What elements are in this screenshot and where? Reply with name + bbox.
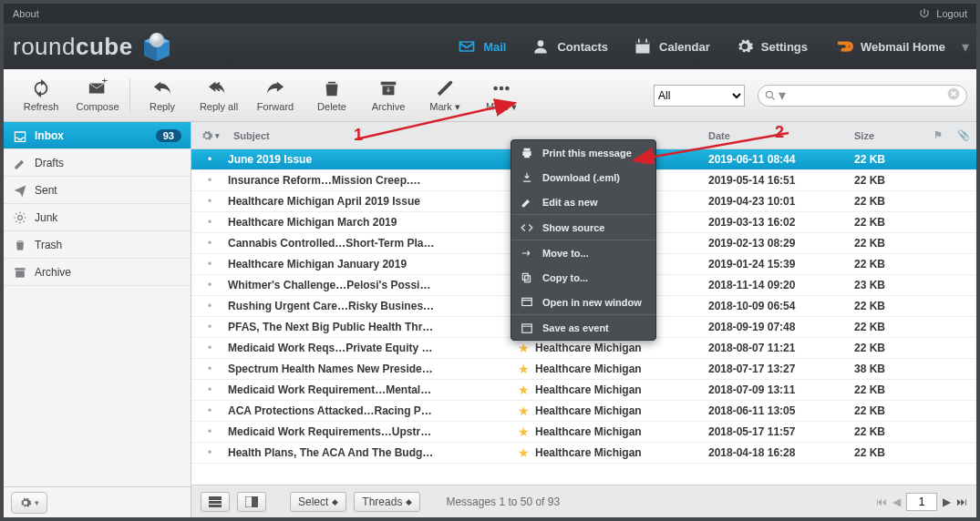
- threads-label: Threads: [362, 495, 402, 508]
- column-size[interactable]: Size: [854, 130, 925, 141]
- preview-toggle-button[interactable]: [237, 492, 266, 512]
- star-icon[interactable]: ★: [511, 445, 535, 460]
- trash-icon: [13, 238, 27, 252]
- more-icon: [490, 78, 513, 98]
- message-subject: Healthcare Michigan March 2019: [228, 216, 511, 229]
- compose-button[interactable]: +Compose: [69, 78, 126, 112]
- nav-contacts[interactable]: Contacts: [519, 24, 621, 69]
- about-link[interactable]: About: [13, 8, 39, 19]
- message-subject: Insurance Reform…Mission Creep.…: [228, 174, 511, 187]
- gear-icon: [19, 496, 32, 509]
- message-row[interactable]: •Spectrum Health Names New Preside…★Heal…: [191, 359, 976, 380]
- page-last[interactable]: ⏭: [956, 495, 967, 508]
- column-attachment[interactable]: 📎: [951, 129, 976, 141]
- copy-icon: [521, 271, 533, 284]
- nav-settings[interactable]: Settings: [723, 24, 820, 69]
- star-icon[interactable]: ★: [511, 424, 535, 439]
- column-subject[interactable]: Subject: [228, 130, 511, 141]
- page-first[interactable]: ⏮: [876, 495, 887, 508]
- page-next[interactable]: ▶: [943, 495, 951, 508]
- message-row[interactable]: •Medicaid Work Requirement…Mental…★Healt…: [191, 380, 976, 401]
- svg-point-10: [500, 86, 504, 90]
- nav-mail[interactable]: Mail: [445, 24, 519, 69]
- ctx-source[interactable]: Show source: [511, 215, 655, 240]
- ctx-open[interactable]: Open in new window: [511, 290, 655, 314]
- read-dot: •: [191, 258, 228, 271]
- mark-button[interactable]: Mark ▾: [417, 78, 473, 113]
- read-dot: •: [191, 216, 228, 229]
- sidebar-settings-button[interactable]: ▾: [11, 492, 47, 514]
- archive-button[interactable]: Archive: [360, 78, 417, 112]
- message-row[interactable]: •Health Plans, The ACA And The Budg…★Hea…: [191, 443, 976, 464]
- message-subject: Healthcare Michigan April 2019 Issue: [228, 195, 511, 208]
- svg-rect-16: [209, 496, 222, 507]
- star-icon[interactable]: ★: [511, 362, 535, 376]
- chevron-down-icon[interactable]: ▾: [962, 38, 969, 56]
- power-icon: [918, 7, 931, 20]
- svg-point-0: [150, 33, 164, 47]
- reply-all-button[interactable]: Reply all: [191, 78, 247, 112]
- logout-label: Logout: [936, 8, 967, 19]
- folder-sent[interactable]: Sent: [4, 177, 191, 204]
- read-dot: •: [191, 383, 228, 396]
- cpanel-icon: [833, 36, 853, 56]
- folder-junk[interactable]: Junk: [4, 204, 191, 231]
- ctx-edit[interactable]: Edit as new: [511, 189, 655, 214]
- folder-archive[interactable]: Archive: [4, 259, 191, 286]
- ctx-copy[interactable]: Copy to...: [511, 265, 655, 290]
- select-menu[interactable]: Select ◆: [290, 492, 346, 512]
- ctx-save-event[interactable]: Save as event: [511, 315, 655, 340]
- layout-icon: [209, 496, 222, 507]
- message-subject: Medicaid Work Reqs…Private Equity …: [228, 342, 511, 354]
- message-row[interactable]: •Medicaid Work Reqs…Private Equity …★Hea…: [191, 338, 976, 359]
- read-dot: •: [191, 363, 228, 375]
- mark-icon: [433, 78, 457, 98]
- folder-trash[interactable]: Trash: [4, 231, 191, 259]
- svg-rect-24: [522, 323, 532, 332]
- read-dot: •: [191, 300, 228, 312]
- reply-icon: [150, 78, 174, 98]
- list-options-button[interactable]: ▾: [191, 129, 228, 142]
- list-layout-button[interactable]: [201, 492, 230, 512]
- message-size: 22 KB: [854, 258, 925, 271]
- reply-button[interactable]: Reply: [134, 78, 191, 112]
- delete-button[interactable]: Delete: [304, 78, 360, 112]
- message-date: 2018-09-19 07:48: [708, 321, 854, 333]
- logout-button[interactable]: Logout: [918, 7, 967, 20]
- message-subject: Cannabis Controlled…Short-Term Pla…: [228, 237, 511, 250]
- ctx-move[interactable]: Move to...: [511, 240, 655, 265]
- search-input[interactable]: [788, 89, 946, 102]
- folder-inbox[interactable]: Inbox93: [4, 122, 191, 149]
- folder-drafts[interactable]: Drafts: [4, 149, 191, 177]
- ctx-download[interactable]: Download (.eml): [511, 165, 655, 189]
- star-icon[interactable]: ★: [511, 404, 535, 418]
- message-row[interactable]: •ACA Protections Attacked…Racing P…★Heal…: [191, 401, 976, 422]
- cube-logo-icon: [139, 28, 175, 65]
- message-date: 2018-11-14 09:20: [708, 279, 854, 291]
- nav-calendar[interactable]: Calendar: [621, 24, 723, 69]
- refresh-button[interactable]: Refresh: [13, 78, 69, 112]
- star-icon[interactable]: ★: [511, 383, 535, 397]
- page-prev[interactable]: ◀: [892, 495, 901, 508]
- star-icon[interactable]: ★: [511, 341, 535, 355]
- message-size: 22 KB: [854, 383, 925, 396]
- ctx-print[interactable]: Print this message: [511, 140, 655, 165]
- sent-icon: [13, 183, 27, 198]
- more-button[interactable]: More ▾: [473, 78, 530, 113]
- nav-webmail-home[interactable]: Webmail Home: [820, 24, 958, 69]
- message-size: 22 KB: [854, 174, 925, 187]
- page-input[interactable]: [906, 493, 937, 511]
- search-dropdown-icon[interactable]: ▾: [779, 87, 786, 104]
- scope-select[interactable]: All: [654, 85, 745, 107]
- message-date: 2019-02-13 08:29: [708, 237, 854, 250]
- search-clear-icon[interactable]: [946, 87, 961, 105]
- threads-menu[interactable]: Threads ◆: [354, 492, 420, 512]
- message-date: 2018-07-17 13:27: [708, 363, 854, 375]
- message-size: 22 KB: [854, 300, 925, 312]
- column-flag[interactable]: ⚑: [925, 129, 951, 141]
- forward-button[interactable]: Forward: [247, 78, 304, 112]
- message-row[interactable]: •Medicaid Work Requirements…Upstr…★Healt…: [191, 422, 976, 443]
- search-box[interactable]: ▾: [758, 85, 967, 107]
- message-size: 22 KB: [854, 237, 925, 250]
- message-subject: Medicaid Work Requirement…Mental…: [228, 383, 511, 396]
